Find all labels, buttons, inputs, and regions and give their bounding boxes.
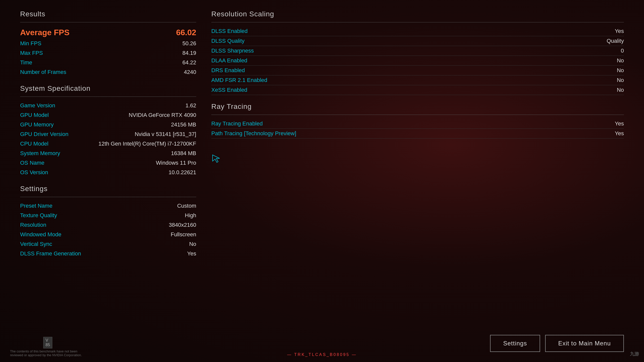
dlaa-enabled-row: DLAA Enabled No <box>211 56 624 66</box>
dlaa-enabled-label: DLAA Enabled <box>211 57 247 64</box>
results-title: Results <box>20 10 196 18</box>
dlss-quality-row: DLSS Quality Quality <box>211 36 624 46</box>
windowed-mode-row: Windowed Mode Fullscreen <box>20 230 196 239</box>
min-fps-label: Min FPS <box>20 40 41 47</box>
cpu-model-value: 12th Gen Intel(R) Core(TM) i7-12700KF <box>98 141 196 147</box>
avg-fps-row: Average FPS 66.02 <box>20 26 196 39</box>
settings-button[interactable]: Settings <box>490 335 540 352</box>
game-version-row: Game Version 1.62 <box>20 101 196 110</box>
cursor-icon <box>211 154 221 164</box>
version-badge: V 85 The contents of this benchmark have… <box>10 337 86 357</box>
dlss-frame-gen-row: DLSS Frame Generation Yes <box>20 249 196 258</box>
max-fps-row: Max FPS 84.19 <box>20 48 196 58</box>
os-version-value: 10.0.22621 <box>169 169 196 176</box>
dlss-sharpness-label: DLSS Sharpness <box>211 48 254 54</box>
time-row: Time 64.22 <box>20 58 196 67</box>
game-version-label: Game Version <box>20 102 55 109</box>
dlss-frame-gen-value: Yes <box>187 250 196 257</box>
cpu-model-row: CPU Model 12th Gen Intel(R) Core(TM) i7-… <box>20 139 196 149</box>
system-spec-title: System Specification <box>20 84 196 93</box>
dlss-enabled-value: Yes <box>615 28 624 34</box>
texture-quality-value: High <box>185 212 196 219</box>
path-tracing-row: Path Tracing [Technology Preview] Yes <box>211 129 624 139</box>
vsync-row: Vertical Sync No <box>20 239 196 249</box>
os-name-row: OS Name Windows 11 Pro <box>20 158 196 168</box>
exit-to-main-menu-button[interactable]: Exit to Main Menu <box>545 335 624 352</box>
os-name-value: Windows 11 Pro <box>156 160 196 166</box>
dlss-quality-label: DLSS Quality <box>211 38 245 44</box>
preset-name-row: Preset Name Custom <box>20 201 196 211</box>
avg-fps-value: 66.02 <box>176 28 196 37</box>
max-fps-value: 84.19 <box>182 50 196 56</box>
buttons-area: Settings Exit to Main Menu <box>211 325 624 352</box>
gpu-driver-row: GPU Driver Version Nvidia v 53141 [r531_… <box>20 129 196 139</box>
avg-fps-label: Average FPS <box>20 28 69 37</box>
system-spec-divider <box>20 97 196 97</box>
disclaimer-text: The contents of this benchmark have not … <box>10 349 86 357</box>
resolution-value: 3840x2160 <box>169 222 196 228</box>
vsync-value: No <box>189 241 196 247</box>
system-memory-label: System Memory <box>20 150 60 157</box>
ray-tracing-title: Ray Tracing <box>211 103 624 111</box>
resolution-row: Resolution 3840x2160 <box>20 220 196 230</box>
left-panel: Results Average FPS 66.02 Min FPS 50.26 … <box>20 10 196 352</box>
system-spec-section: System Specification Game Version 1.62 G… <box>20 84 196 177</box>
frames-label: Number of Frames <box>20 69 66 75</box>
drs-enabled-label: DRS Enabled <box>211 67 245 74</box>
dlss-enabled-row: DLSS Enabled Yes <box>211 26 624 36</box>
dlss-quality-value: Quality <box>607 38 624 44</box>
bottom-center-text: — TRK_TLCAS_B08095 — <box>287 352 357 357</box>
amd-fsr-row: AMD FSR 2.1 Enabled No <box>211 75 624 85</box>
frames-value: 4240 <box>184 69 196 75</box>
ray-tracing-section: Ray Tracing Ray Tracing Enabled Yes Path… <box>211 103 624 139</box>
bottom-bar: — TRK_TLCAS_B08095 — <box>0 352 644 357</box>
version-box: V 85 <box>43 337 52 348</box>
dlss-enabled-label: DLSS Enabled <box>211 28 248 34</box>
main-container: Results Average FPS 66.02 Min FPS 50.26 … <box>0 0 644 362</box>
path-tracing-value: Yes <box>615 130 624 137</box>
texture-quality-row: Texture Quality High <box>20 211 196 220</box>
gpu-driver-value: Nvidia v 53141 [r531_37] <box>135 131 196 138</box>
drs-enabled-value: No <box>617 67 624 74</box>
amd-fsr-value: No <box>617 77 624 83</box>
preset-name-value: Custom <box>177 203 196 209</box>
amd-fsr-label: AMD FSR 2.1 Enabled <box>211 77 267 83</box>
ray-tracing-enabled-value: Yes <box>615 120 624 127</box>
watermark-text: 九游 <box>630 351 639 356</box>
texture-quality-label: Texture Quality <box>20 212 57 219</box>
os-version-row: OS Version 10.0.22621 <box>20 168 196 177</box>
xess-enabled-value: No <box>617 87 624 93</box>
windowed-mode-label: Windowed Mode <box>20 231 61 238</box>
gpu-model-label: GPU Model <box>20 112 49 118</box>
right-panel: Resolution Scaling DLSS Enabled Yes DLSS… <box>211 10 624 352</box>
windowed-mode-value: Fullscreen <box>171 231 196 238</box>
results-section: Results Average FPS 66.02 Min FPS 50.26 … <box>20 10 196 77</box>
dlaa-enabled-value: No <box>617 57 624 64</box>
system-memory-value: 16384 MB <box>171 150 196 157</box>
gpu-driver-label: GPU Driver Version <box>20 131 68 138</box>
gpu-model-row: GPU Model NVIDIA GeForce RTX 4090 <box>20 110 196 120</box>
os-name-label: OS Name <box>20 160 45 166</box>
time-label: Time <box>20 59 32 66</box>
settings-title: Settings <box>20 185 196 193</box>
path-tracing-label: Path Tracing [Technology Preview] <box>211 130 296 137</box>
vsync-label: Vertical Sync <box>20 241 52 247</box>
settings-divider <box>20 197 196 197</box>
xess-enabled-row: XeSS Enabled No <box>211 85 624 95</box>
min-fps-row: Min FPS 50.26 <box>20 39 196 48</box>
max-fps-label: Max FPS <box>20 50 43 56</box>
settings-section: Settings Preset Name Custom Texture Qual… <box>20 185 196 258</box>
dlss-sharpness-value: 0 <box>621 48 624 54</box>
dlss-frame-gen-label: DLSS Frame Generation <box>20 250 81 257</box>
gpu-memory-label: GPU Memory <box>20 121 54 128</box>
ray-tracing-divider <box>211 115 624 115</box>
os-version-label: OS Version <box>20 169 48 176</box>
svg-marker-0 <box>213 155 220 162</box>
watermark: 九游 <box>630 351 639 357</box>
ray-tracing-enabled-label: Ray Tracing Enabled <box>211 120 263 127</box>
gpu-memory-row: GPU Memory 24156 MB <box>20 120 196 129</box>
version-v: V <box>46 338 48 342</box>
resolution-scaling-title: Resolution Scaling <box>211 10 624 18</box>
game-version-value: 1.62 <box>185 102 196 109</box>
resolution-scaling-section: Resolution Scaling DLSS Enabled Yes DLSS… <box>211 10 624 95</box>
